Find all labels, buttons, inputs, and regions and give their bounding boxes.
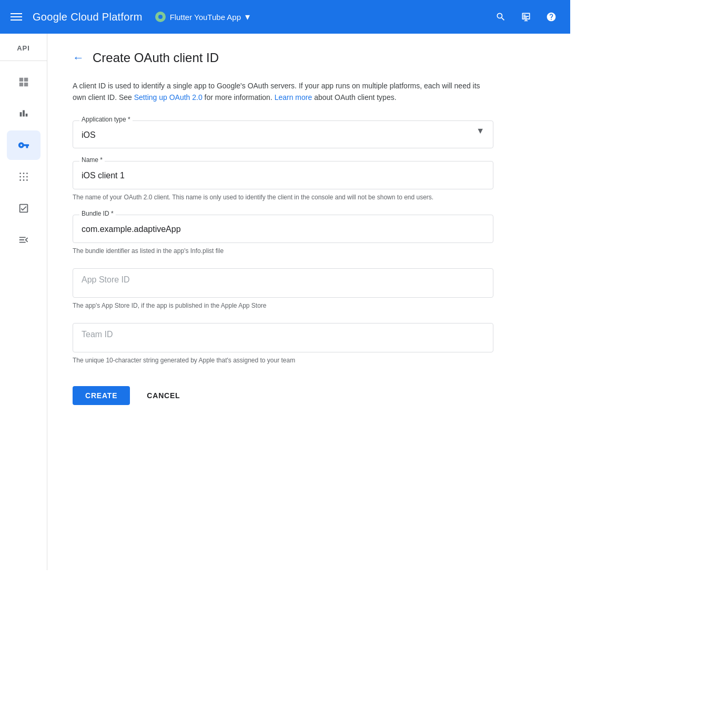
team-id-field-group: The unique 10-character string generated… — [73, 323, 493, 365]
svg-point-0 — [19, 173, 21, 174]
sidebar-item-tasks[interactable] — [7, 194, 41, 223]
chevron-down-icon: ▾ — [245, 11, 250, 23]
app-type-field-group: Application type * Web application Andro… — [73, 120, 493, 148]
sidebar-item-metrics[interactable] — [7, 99, 41, 128]
form: Application type * Web application Andro… — [73, 120, 493, 405]
help-icon[interactable] — [541, 6, 562, 27]
project-selector[interactable]: Flutter YouTube App ▾ — [155, 11, 250, 23]
svg-point-7 — [23, 179, 24, 181]
learn-more-link[interactable]: Learn more — [275, 93, 312, 102]
team-id-hint: The unique 10-character string generated… — [73, 356, 493, 365]
sidebar-item-overview[interactable] — [7, 67, 41, 97]
name-label: Name * — [79, 156, 105, 164]
back-button[interactable]: ← — [73, 51, 84, 65]
name-field-group: Name * The name of your OAuth 2.0 client… — [73, 161, 493, 202]
sidebar-item-explore[interactable] — [7, 162, 41, 191]
main-content: ← Create OAuth client ID A client ID is … — [47, 34, 570, 570]
description-text: A client ID is used to identify a single… — [73, 80, 493, 104]
sidebar: API — [0, 34, 47, 570]
app-type-container: Application type * Web application Andro… — [73, 120, 493, 148]
project-dot-icon — [155, 12, 166, 22]
form-actions: CREATE CANCEL — [73, 386, 493, 405]
app-store-id-container — [73, 268, 493, 298]
api-badge: API — [0, 38, 47, 61]
app-store-id-hint: The app's App Store ID, if the app is pu… — [73, 301, 493, 310]
cancel-button[interactable]: CANCEL — [138, 386, 188, 405]
svg-point-3 — [19, 176, 21, 178]
oauth-setup-link[interactable]: Setting up OAuth 2.0 — [134, 93, 203, 102]
create-button[interactable]: CREATE — [73, 386, 130, 405]
description-part2: for more information. — [205, 93, 275, 102]
sidebar-item-credentials[interactable] — [7, 130, 41, 160]
name-hint: The name of your OAuth 2.0 client. This … — [73, 193, 493, 202]
svg-point-2 — [26, 173, 28, 174]
header: Google Cloud Platform Flutter YouTube Ap… — [0, 0, 570, 34]
svg-point-5 — [26, 176, 28, 178]
bundle-id-hint: The bundle identifier as listed in the a… — [73, 246, 493, 256]
page-title: Create OAuth client ID — [93, 50, 219, 65]
project-name: Flutter YouTube App — [170, 13, 241, 22]
bundle-id-field-group: Bundle ID * The bundle identifier as lis… — [73, 215, 493, 256]
app-store-id-input[interactable] — [82, 269, 484, 291]
platform-title: Google Cloud Platform — [33, 11, 143, 23]
app-type-select[interactable]: Web application Android iOS Desktop app … — [82, 121, 484, 141]
search-icon[interactable] — [490, 6, 511, 27]
menu-icon[interactable] — [8, 11, 24, 23]
sidebar-item-settings[interactable] — [7, 225, 41, 255]
header-icons — [490, 6, 562, 27]
team-id-input[interactable] — [82, 323, 484, 346]
team-id-container — [73, 323, 493, 352]
name-input[interactable] — [82, 161, 484, 183]
bundle-id-label: Bundle ID * — [79, 210, 116, 217]
app-store-id-field-group: The app's App Store ID, if the app is pu… — [73, 268, 493, 310]
description-part3: about OAuth client types. — [314, 93, 396, 102]
bundle-id-input[interactable] — [82, 215, 484, 236]
page-header: ← Create OAuth client ID — [73, 50, 545, 65]
svg-point-4 — [23, 176, 24, 178]
svg-point-6 — [19, 179, 21, 181]
svg-point-8 — [26, 179, 28, 181]
app-type-select-wrapper: Web application Android iOS Desktop app … — [82, 121, 484, 141]
name-container: Name * — [73, 161, 493, 189]
console-icon[interactable] — [515, 6, 537, 27]
svg-point-1 — [23, 173, 24, 174]
layout: API ← Create OAuth client ID A client ID… — [0, 34, 570, 570]
bundle-id-container: Bundle ID * — [73, 215, 493, 243]
